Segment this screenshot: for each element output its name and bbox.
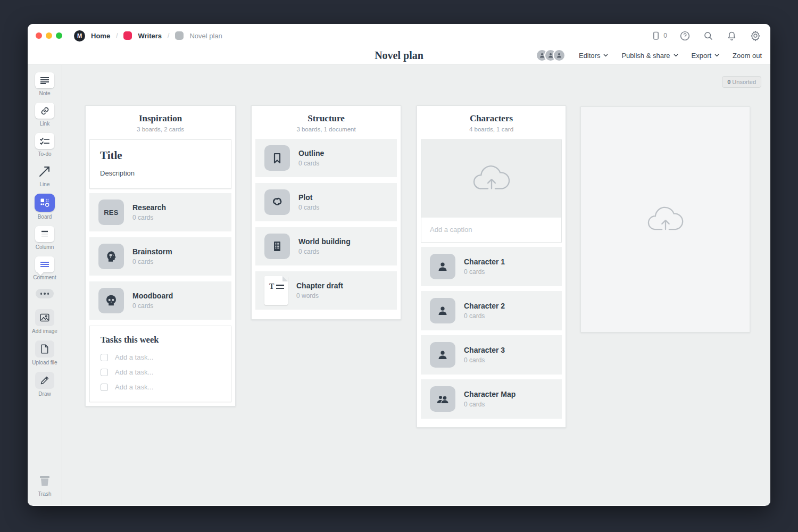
- caption-field[interactable]: Add a caption: [421, 218, 561, 242]
- checkbox[interactable]: [101, 354, 108, 361]
- export-menu-button[interactable]: Export: [692, 52, 720, 60]
- checkbox[interactable]: [101, 384, 108, 391]
- board-item-moodboard[interactable]: Moodboard 0 cards: [89, 281, 231, 320]
- maximize-window-button[interactable]: [56, 32, 62, 39]
- tool-note[interactable]: Note: [35, 72, 54, 96]
- image-upload-card[interactable]: Add a caption: [421, 139, 562, 243]
- board-item-character-1[interactable]: Character 1 0 cards: [421, 247, 562, 286]
- unsorted-label: Unsorted: [732, 79, 756, 85]
- board-item-meta: 0 cards: [464, 312, 505, 320]
- todo-card[interactable]: Tasks this week Add a task... Add a task…: [89, 326, 231, 402]
- column-subtitle: 4 boards, 1 card: [417, 126, 566, 132]
- board-item-character-2[interactable]: Character 2 0 cards: [421, 291, 562, 330]
- tool-link[interactable]: Link: [35, 103, 54, 127]
- tool-label: Column: [36, 244, 54, 250]
- breadcrumb-separator: /: [116, 32, 118, 39]
- tool-line[interactable]: Line: [35, 163, 54, 187]
- settings-button[interactable]: [750, 30, 761, 41]
- tool-todo[interactable]: To-do: [35, 133, 54, 157]
- board-item-world-building[interactable]: World building 0 cards: [255, 227, 397, 265]
- column-title[interactable]: Characters: [417, 113, 566, 124]
- board-item-character-3[interactable]: Character 3 0 cards: [421, 335, 562, 375]
- person-icon: [436, 304, 449, 317]
- editors-menu-button[interactable]: Editors: [579, 52, 608, 60]
- board-item-plot[interactable]: Plot 0 cards: [255, 183, 397, 221]
- tool-label: Board: [38, 214, 52, 220]
- app-window: M Home / Writers / Novel plan 0: [28, 24, 770, 506]
- search-button[interactable]: [703, 30, 714, 41]
- board-canvas[interactable]: 0 Unsorted Inspiration 3 boards, 2 cards…: [62, 65, 770, 505]
- more-tools-button[interactable]: [36, 289, 54, 298]
- tool-add-image[interactable]: Add image: [32, 309, 57, 334]
- comment-icon: [40, 261, 49, 268]
- bell-icon: [726, 30, 737, 41]
- editor-avatars[interactable]: [536, 49, 566, 62]
- todo-placeholder[interactable]: Add a task...: [115, 383, 153, 391]
- novel-plan-board-icon: [175, 31, 184, 40]
- board-item-research[interactable]: RES Research 0 cards: [89, 193, 231, 231]
- column-subtitle: 3 boards, 2 cards: [86, 126, 235, 132]
- header-actions: Editors Publish & share Export Zoom out: [536, 47, 762, 63]
- tool-draw[interactable]: Draw: [35, 372, 54, 397]
- chevron-down-icon: [714, 54, 719, 57]
- device-button[interactable]: 0: [651, 30, 667, 41]
- note-card[interactable]: Title Description: [89, 139, 231, 189]
- todo-placeholder[interactable]: Add a task...: [115, 353, 153, 361]
- empty-image-card[interactable]: [580, 106, 750, 332]
- board-item-outline[interactable]: Outline 0 cards: [255, 139, 397, 177]
- chevron-down-icon: [674, 54, 678, 57]
- document-item-chapter-draft[interactable]: T Chapter draft 0 words: [255, 271, 397, 310]
- board-item-label: Outline: [298, 149, 324, 157]
- milanote-logo-icon[interactable]: M: [74, 30, 85, 41]
- todo-placeholder[interactable]: Add a task...: [115, 368, 153, 376]
- note-title[interactable]: Title: [100, 149, 221, 162]
- note-description[interactable]: Description: [100, 169, 221, 177]
- board-item-label: Chapter draft: [296, 281, 343, 290]
- breadcrumb-home-link[interactable]: Home: [91, 32, 110, 40]
- tool-comment[interactable]: Comment: [33, 256, 56, 280]
- tool-label: Line: [40, 181, 50, 187]
- board-item-label: Character 2: [464, 302, 505, 310]
- tool-upload-file[interactable]: Upload file: [32, 340, 57, 365]
- image-dropzone[interactable]: [421, 140, 561, 218]
- help-button[interactable]: [679, 30, 691, 41]
- writers-board-icon[interactable]: [123, 31, 132, 40]
- board-item-label: World building: [298, 237, 351, 246]
- checkbox[interactable]: [101, 369, 108, 376]
- board-item-meta: 0 cards: [464, 356, 505, 364]
- zoom-out-button[interactable]: Zoom out: [733, 52, 762, 60]
- cloud-upload-icon: [472, 164, 511, 194]
- tool-column[interactable]: Column: [35, 226, 54, 250]
- column-icon: [40, 230, 49, 238]
- breadcrumb: M Home / Writers / Novel plan: [74, 30, 222, 41]
- line-arrow-icon: [38, 164, 52, 178]
- column-characters[interactable]: Characters 4 boards, 1 card Add a captio…: [417, 105, 566, 428]
- board-item-label: Moodboard: [132, 292, 173, 300]
- trash-icon: [37, 473, 53, 489]
- trash-dropzone[interactable]: Trash: [35, 473, 54, 497]
- bookmark-icon: [271, 152, 284, 164]
- todo-item: Add a task...: [101, 353, 220, 361]
- notifications-button[interactable]: [726, 30, 737, 41]
- publish-share-menu-button[interactable]: Publish & share: [621, 52, 678, 60]
- column-title[interactable]: Structure: [252, 113, 401, 124]
- tool-board[interactable]: Board: [35, 194, 55, 220]
- board-item-character-map[interactable]: Character Map 0 cards: [421, 379, 562, 419]
- board-item-brainstorm[interactable]: Brainstorm 0 cards: [89, 237, 231, 276]
- column-inspiration[interactable]: Inspiration 3 boards, 2 cards Title Desc…: [85, 105, 236, 406]
- todo-card-title[interactable]: Tasks this week: [101, 335, 220, 345]
- close-window-button[interactable]: [36, 32, 42, 39]
- board-tool-icon: [39, 197, 50, 208]
- column-title[interactable]: Inspiration: [86, 113, 235, 124]
- minimize-window-button[interactable]: [46, 32, 52, 39]
- more-dots-icon: [40, 293, 43, 295]
- device-icon: [651, 30, 661, 41]
- column-structure[interactable]: Structure 3 boards, 1 document Outline 0…: [251, 105, 401, 320]
- link-icon: [40, 106, 49, 115]
- breadcrumb-writers-link[interactable]: Writers: [138, 32, 162, 40]
- unsorted-badge[interactable]: 0 Unsorted: [722, 76, 761, 88]
- document-icon-letter: T: [269, 284, 274, 290]
- board-item-label: Character Map: [464, 390, 516, 398]
- board-item-label: Character 3: [464, 346, 505, 354]
- board-item-meta: 0 cards: [298, 204, 319, 211]
